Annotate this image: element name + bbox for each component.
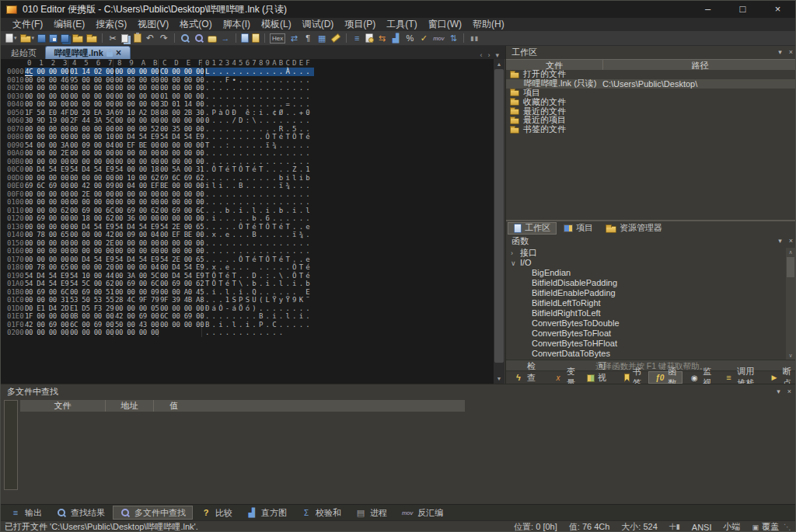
histogram-tool-button[interactable]: ▟ <box>389 32 403 45</box>
copy-button[interactable] <box>120 32 132 45</box>
explorer-tab[interactable]: 资源管理器 <box>600 222 668 235</box>
close-tab-icon[interactable]: × <box>116 48 121 57</box>
run-template-button[interactable] <box>250 32 261 45</box>
column-header-path[interactable]: 路径 <box>603 60 796 70</box>
hex-row[interactable]: 012000 69 00 0000 18 00 6200 36 00 0000 … <box>1 214 494 223</box>
panel-close-icon[interactable]: × <box>789 46 793 59</box>
hex-row[interactable]: 017000 00 00 0000 D4 54 E954 D4 54 E954 … <box>1 256 494 264</box>
hex-row[interactable]: 003000 00 00 0000 00 00 0000 00 00 0001 … <box>1 92 494 101</box>
run-script-button[interactable] <box>239 32 250 45</box>
function-item[interactable]: ConvertBytesToFloat <box>506 329 786 339</box>
new-file-button[interactable]: ▾ <box>4 32 19 45</box>
scroll-down-icon[interactable]: ▼ <box>494 374 504 384</box>
hex-row[interactable]: 001000 00 00 4695 00 00 0000 00 00 0000 … <box>1 76 494 85</box>
paste-button[interactable] <box>132 32 143 45</box>
tab-start-page[interactable]: 起始页 <box>2 47 45 59</box>
hex-scrollbar[interactable]: ▲ ▼ <box>494 59 504 384</box>
minimize-icon[interactable]: – <box>690 1 725 18</box>
hex-row[interactable]: 00C000 D4 54 E954 D4 54 E954 00 00 1800 … <box>1 165 494 174</box>
close-icon[interactable]: × <box>760 1 795 18</box>
dock-handle-button[interactable]: ▮▮ <box>467 32 481 45</box>
function-group-io[interactable]: ∨I/O <box>506 258 786 268</box>
menu-file[interactable]: 文件(F) <box>7 18 48 31</box>
function-group-interface[interactable]: ›接口 <box>506 248 786 258</box>
scroll-tabs-left-icon[interactable]: ‹ <box>480 51 482 59</box>
hex-row[interactable]: 016000 00 00 0000 00 00 0000 00 00 0000 … <box>1 247 494 256</box>
hex-row[interactable]: 00D000 00 00 0000 00 00 0000 10 00 6269 … <box>1 174 494 183</box>
hex-row[interactable]: 007000 00 00 0000 00 00 0000 00 00 5200 … <box>1 125 494 134</box>
find-panel-side-list[interactable] <box>4 400 18 490</box>
function-item[interactable]: ConvertBytesToDouble <box>506 318 786 329</box>
hex-row[interactable]: 002000 00 00 0000 00 00 0000 00 00 0000 … <box>1 84 494 92</box>
save-all-button[interactable] <box>59 32 71 45</box>
hex-row[interactable]: 00A000 00 00 2E00 00 00 0000 00 00 0000 … <box>1 149 494 158</box>
find-notes-button[interactable] <box>206 32 218 45</box>
workspace-item-bookmarked-files[interactable]: 书签的文件 <box>506 125 796 134</box>
tab-bilibili-lnk[interactable]: 哔哩哔哩.lnk× <box>45 46 131 59</box>
hex-row[interactable]: 01E01F 00 00 000B 00 00 0042 00 69 006C … <box>1 312 494 321</box>
hex-row[interactable]: 00004C 00 00 0001 14 02 0000 00 00 00C0 … <box>1 68 494 76</box>
charset-indicator[interactable]: ANSI <box>692 523 712 532</box>
menu-format[interactable]: 格式(O) <box>174 18 217 31</box>
project-tab[interactable]: 项目 <box>558 222 599 235</box>
paste-options-button[interactable] <box>364 32 375 45</box>
function-item[interactable]: BigEndian <box>506 268 786 278</box>
operations-button[interactable]: % <box>403 32 417 45</box>
hex-row[interactable]: 00501F 50 E0 4FD0 20 EA 3A69 10 A2 D808 … <box>1 109 494 117</box>
output-tab[interactable]: ≡输出 <box>4 506 48 520</box>
cut-button[interactable]: ✂ <box>106 32 120 45</box>
hex-row[interactable]: 01C000 00 00 3153 50 53 5528 4C 9F 799F … <box>1 296 494 304</box>
menu-template[interactable]: 模板(L) <box>256 18 297 31</box>
hex-view-button[interactable]: Hex <box>268 32 287 45</box>
menu-window[interactable]: 窗口(W) <box>423 18 467 31</box>
show-whitespace-button[interactable]: ¶ <box>301 32 315 45</box>
watch-tab[interactable]: ◉监视 <box>683 371 717 384</box>
hex-row[interactable]: 015000 00 00 0000 00 00 2E00 00 00 0000 … <box>1 239 494 248</box>
column-header-file[interactable]: 文件 <box>20 400 106 412</box>
hex-row[interactable]: 011000 00 00 6200 69 00 6C00 69 00 6200 … <box>1 207 494 215</box>
hex-row[interactable]: 01D0D0 E1 D4 2DE1 D5 F3 2900 00 00 0500 … <box>1 304 494 313</box>
hex-row[interactable]: 004000 00 00 0000 00 00 0000 00 00 003D … <box>1 100 494 109</box>
hex-row[interactable]: 019054 D4 54 E954 10 00 4400 3A 00 5C00 … <box>1 272 494 280</box>
input-mode-indicator[interactable]: 十▮ <box>669 522 680 532</box>
variables-tab[interactable]: x变量 <box>547 371 581 384</box>
panel-menu-icon[interactable]: ▾ <box>778 46 782 59</box>
hex-row[interactable]: 01B000 69 00 6C00 69 00 5100 00 00 0900 … <box>1 288 494 297</box>
panel-close-icon[interactable]: × <box>787 384 791 398</box>
functions-tab[interactable]: ƒ0函数 <box>648 371 683 384</box>
hex-editor[interactable]: 0 1 2 34 5 6 78 9 A BC D E F0123456789AB… <box>1 59 494 384</box>
panel-menu-icon[interactable]: ▾ <box>778 235 782 248</box>
hex-row[interactable]: 010000 00 00 0000 00 00 0000 00 00 0000 … <box>1 198 494 207</box>
function-item[interactable]: BitfieldEnablePadding <box>506 288 786 298</box>
hex-row[interactable]: 014000 78 00 6500 00 00 4200 09 00 0400 … <box>1 231 494 239</box>
menu-project[interactable]: 项目(P) <box>339 18 381 31</box>
hex-row[interactable]: 01A054 D4 54 E954 5C 00 6200 69 00 6C00 … <box>1 280 494 288</box>
endian-indicator[interactable]: 小端 <box>723 521 740 532</box>
histogram-tab[interactable]: ▟直方图 <box>240 506 293 520</box>
disassembly-tab[interactable]: mov反汇编 <box>395 506 449 520</box>
checksum-tool-button[interactable]: ✓ <box>417 32 431 45</box>
edit-as-button[interactable]: ⇄ <box>287 32 301 45</box>
maximize-icon[interactable]: □ <box>725 1 760 18</box>
scroll-up-icon[interactable]: ▲ <box>494 59 504 69</box>
open-file-button[interactable]: ▾ <box>19 32 37 45</box>
workspace-tab[interactable]: 工作区 <box>508 222 557 235</box>
process-tab[interactable]: ▤进程 <box>349 506 393 520</box>
hex-row[interactable]: 009054 00 00 3A00 09 00 0400 EF BE 0000 … <box>1 141 494 150</box>
panel-menu-icon[interactable]: ▾ <box>777 384 780 398</box>
open-template-button[interactable] <box>85 32 99 45</box>
menu-script[interactable]: 脚本(I) <box>218 18 256 31</box>
inspector-tab[interactable]: ϟ检查器 <box>508 371 546 384</box>
menu-search[interactable]: 搜索(S) <box>90 18 132 31</box>
scroll-tabs-right-icon[interactable]: › <box>487 51 490 59</box>
disassembly-tool-button[interactable]: mov <box>431 32 446 45</box>
tab-list-icon[interactable]: ▾ <box>495 51 499 59</box>
menu-edit[interactable]: 编辑(E) <box>48 18 90 31</box>
save-button[interactable] <box>36 32 47 45</box>
hex-row[interactable]: 020000 00 00 0000 00 00 0000 00 00 00...… <box>1 329 494 337</box>
function-item[interactable]: BitfieldLeftToRight <box>506 298 786 308</box>
visualize-tab[interactable]: 可视化 <box>581 371 618 384</box>
function-item[interactable]: BitfieldDisablePadding <box>506 278 786 288</box>
hex-row[interactable]: 00B000 00 00 0000 00 00 0000 00 00 0000 … <box>1 158 494 166</box>
menu-help[interactable]: 帮助(H) <box>467 18 510 31</box>
